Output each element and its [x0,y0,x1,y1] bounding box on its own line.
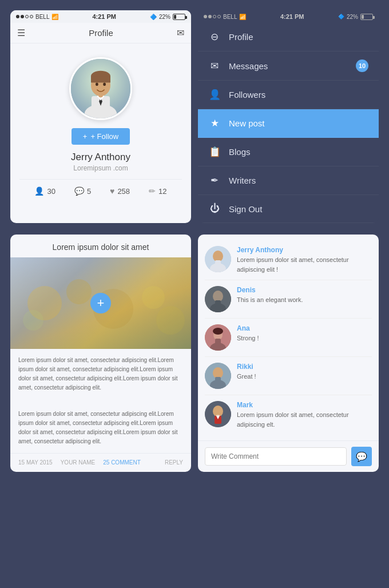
signal-dot-4 [30,15,33,18]
menu-messages-label: Messages [229,61,268,71]
comment-content-mark: Mark Lorem ipsum dolor sit amet, consect… [237,401,372,429]
follow-button[interactable]: + + Follow [72,128,130,145]
profile-stats: 👤 30 💬 5 ♥ 258 ✏ 12 [19,179,182,202]
likes-icon: ♥ [110,186,114,196]
profile-url: Loremipsum .com [73,164,128,172]
stat-comments: 💬 5 [74,186,91,196]
comments-card: Jerry Anthony Lorem ipsum dolor sit amet… [198,235,379,472]
status-bar-menu: BELL 📶 4:21 PM 🔷 22% [198,10,379,23]
comment-content-ana: Ana Strong ! [237,324,372,351]
comments-icon: 💬 [74,186,84,196]
battery-icon [173,14,185,20]
posts-count: 12 [158,187,166,196]
menu-writers-label: Writers [229,176,256,185]
menu-battery-pct: 22% [347,14,358,20]
menu-battery-icon [360,14,373,20]
signal-dot-3 [25,15,29,18]
add-post-button[interactable]: + [90,293,111,313]
menu-item-followers[interactable]: 👤 Followers [198,81,379,109]
stat-posts: ✏ 12 [149,186,166,196]
menu-carrier: BELL [223,14,237,20]
menu-item-signout[interactable]: ⏻ Sign Out [198,195,379,223]
writers-menu-icon: ✒ [208,174,221,186]
comment-text-jerry: Lorem ipsum dolor sit amet, consectetur … [237,255,372,274]
comment-name-denis: Denis [237,286,372,294]
hamburger-icon[interactable]: ☰ [17,27,25,38]
wifi-icon: 📶 [51,14,58,20]
bluetooth-icon: 🔷 [150,14,157,20]
svg-rect-24 [215,300,221,307]
svg-rect-8 [91,76,110,82]
menu-list: ⊖ Profile ✉ Messages 10 👤 Followers ★ Ne… [198,23,379,223]
comment-text-mark: Lorem ipsum dolor sit amet, consectetur … [237,410,372,429]
comment-content-denis: Denis This is an elegant work. [237,286,372,312]
menu-item-newpost[interactable]: ★ New post [198,109,379,138]
envelope-icon[interactable]: ✉ [177,27,184,38]
svg-point-29 [213,328,223,335]
time-label: 4:21 PM [92,13,116,20]
battery-label: 22% [159,14,170,20]
menu-signout-label: Sign Out [229,204,262,214]
svg-rect-20 [215,260,221,267]
signal-dot-m1 [204,15,207,18]
menu-wifi-icon: 📶 [239,14,246,20]
menu-blogs-label: Blogs [229,147,251,157]
signal-dot-m4 [217,15,221,18]
svg-point-15 [23,310,43,331]
svg-rect-28 [215,339,221,347]
signal-dot-1 [16,15,19,18]
send-comment-button[interactable]: 💬 [351,447,372,466]
post-footer: 15 MAY 2015 YOUR NAME 25 COMMENT REPLY [10,453,191,471]
svg-point-14 [142,286,165,309]
messages-menu-icon: ✉ [208,60,221,72]
svg-point-35 [213,406,223,417]
comment-item-rikki: Rikki Great ! [205,357,372,395]
comment-avatar-rikki [205,363,231,389]
followers-icon: 👤 [34,186,44,196]
svg-rect-33 [215,377,221,384]
post-author: YOUR NAME [61,459,96,466]
comment-item-ana: Ana Strong ! [205,319,372,357]
send-icon: 💬 [356,451,367,462]
menu-item-profile[interactable]: ⊖ Profile [198,23,379,51]
comment-avatar-denis [205,286,231,312]
blogs-menu-icon: 📋 [208,146,221,158]
svg-point-10 [103,82,106,86]
carrier-label: BELL [35,14,49,20]
menu-item-writers[interactable]: ✒ Writers [198,166,379,195]
signout-menu-icon: ⏻ [208,203,221,214]
signal-dot-m2 [208,15,212,18]
menu-profile-label: Profile [229,32,253,42]
comment-item-denis: Denis This is an elegant work. [205,280,372,319]
profile-name: Jerry Anthony [71,152,130,163]
post-reply-link[interactable]: REPLY [165,459,183,466]
post-comment-link[interactable]: 25 COMMENT [103,459,141,466]
comment-name-rikki: Rikki [237,363,372,371]
menu-item-blogs[interactable]: 📋 Blogs [198,138,379,166]
status-bar-profile: BELL 📶 4:21 PM 🔷 22% [10,10,191,23]
messages-badge: 10 [356,59,368,72]
write-comment-input[interactable] [205,447,347,466]
post-title: Lorem ipsum dolor sit amet [10,235,191,257]
profile-card: BELL 📶 4:21 PM 🔷 22% ☰ Profile ✉ [10,10,191,223]
comment-text-rikki: Great ! [237,372,372,382]
post-body-2: Lorem ipsum dolor sit amet, consectetur … [10,403,191,453]
comment-avatar-ana [205,324,231,351]
menu-card: BELL 📶 4:21 PM 🔷 22% ⊖ Profile ✉ [198,10,379,223]
svg-point-12 [66,279,92,304]
menu-time: 4:21 PM [280,13,304,20]
followers-menu-icon: 👤 [208,89,221,101]
menu-item-messages[interactable]: ✉ Messages 10 [198,51,379,81]
profile-header-title: Profile [89,28,113,38]
comment-text-denis: This is an elegant work. [237,295,372,305]
signal-dot-m3 [213,15,216,18]
followers-count: 30 [47,187,55,196]
svg-point-16 [156,306,185,335]
comment-name-jerry: Jerry Anthony [237,246,372,254]
avatar [69,57,132,120]
comment-content-rikki: Rikki Great ! [237,363,372,389]
post-body-1: Lorem ipsum dolor sit amet, consectetur … [10,349,191,399]
comment-item-mark: Mark Lorem ipsum dolor sit amet, consect… [205,395,372,435]
comment-content-jerry: Jerry Anthony Lorem ipsum dolor sit amet… [237,246,372,274]
follow-label: + Follow [90,132,118,141]
